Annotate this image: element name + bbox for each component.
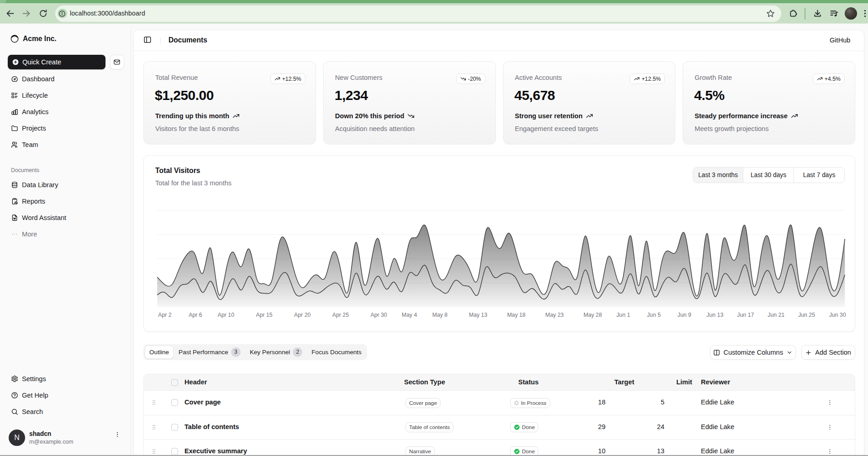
svg-text:Apr 25: Apr 25 [332,312,349,318]
svg-text:May 4: May 4 [402,312,417,318]
svg-text:Jun 9: Jun 9 [678,312,691,318]
svg-text:May 28: May 28 [584,312,602,318]
svg-text:Apr 6: Apr 6 [189,312,203,318]
svg-text:Apr 15: Apr 15 [256,312,273,318]
svg-text:Apr 10: Apr 10 [218,312,234,318]
svg-text:Apr 2: Apr 2 [158,312,172,318]
svg-text:May 18: May 18 [507,312,526,318]
svg-text:Jun 30: Jun 30 [829,312,846,318]
svg-text:Jun 1: Jun 1 [616,312,630,318]
svg-text:May 13: May 13 [469,312,487,318]
svg-text:Apr 20: Apr 20 [294,312,310,318]
svg-text:Jun 5: Jun 5 [647,312,661,318]
svg-text:May 8: May 8 [432,312,448,318]
svg-text:Jun 25: Jun 25 [798,312,815,318]
svg-text:Jun 13: Jun 13 [707,312,724,318]
svg-text:Apr 30: Apr 30 [371,312,387,318]
svg-text:Jun 21: Jun 21 [768,312,785,318]
svg-text:May 23: May 23 [546,312,564,318]
svg-text:Jun 17: Jun 17 [737,312,754,318]
